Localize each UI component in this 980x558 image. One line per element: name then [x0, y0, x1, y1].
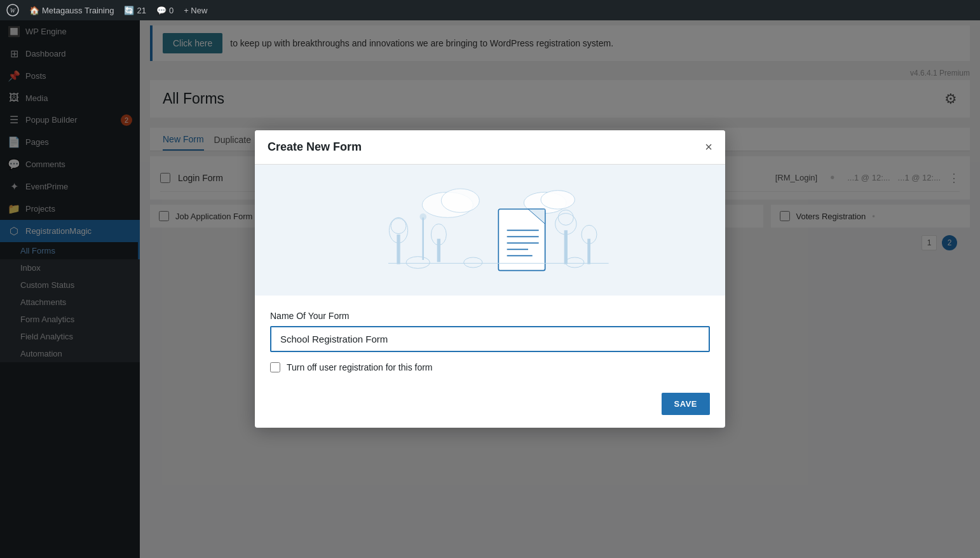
svg-point-3 [441, 189, 479, 212]
modal-footer: SAVE [255, 385, 725, 428]
svg-rect-11 [437, 238, 440, 262]
svg-point-22 [558, 210, 573, 225]
modal-body: Name Of Your Form Turn off user registra… [255, 296, 725, 385]
svg-rect-6 [397, 235, 400, 264]
form-name-input[interactable] [270, 326, 710, 352]
comments-count[interactable]: 💬 0 [156, 6, 174, 15]
wp-logo-item[interactable]: W [6, 4, 19, 17]
svg-point-8 [391, 218, 406, 233]
modal-illustration [255, 165, 725, 296]
modal-header: Create New Form × [255, 130, 725, 165]
svg-point-27 [464, 257, 482, 268]
new-item[interactable]: + New [184, 6, 207, 15]
field-label: Name Of Your Form [270, 311, 710, 321]
modal-overlay[interactable]: Create New Form × [0, 0, 980, 558]
svg-rect-23 [587, 238, 590, 264]
svg-text:W: W [10, 7, 17, 14]
modal-title: Create New Form [268, 140, 362, 154]
svg-point-26 [406, 256, 430, 268]
site-name[interactable]: 🏠 Metagauss Training [29, 6, 114, 15]
svg-rect-20 [564, 230, 568, 264]
svg-rect-13 [498, 209, 545, 271]
checkbox-label[interactable]: Turn off user registration for this form [287, 362, 433, 372]
svg-point-28 [566, 257, 584, 268]
admin-bar: W 🏠 Metagauss Training 🔄 21 💬 0 + New [0, 0, 980, 20]
svg-point-10 [419, 213, 426, 220]
modal-close-button[interactable]: × [705, 140, 712, 153]
turn-off-registration-checkbox[interactable] [270, 362, 280, 372]
checkbox-row: Turn off user registration for this form [270, 362, 710, 372]
svg-rect-9 [422, 217, 424, 260]
svg-point-5 [541, 190, 575, 208]
illustration-svg [363, 184, 617, 277]
modal-create-form: Create New Form × [255, 130, 725, 428]
save-button[interactable]: SAVE [662, 393, 710, 415]
updates-count[interactable]: 🔄 21 [124, 6, 146, 15]
